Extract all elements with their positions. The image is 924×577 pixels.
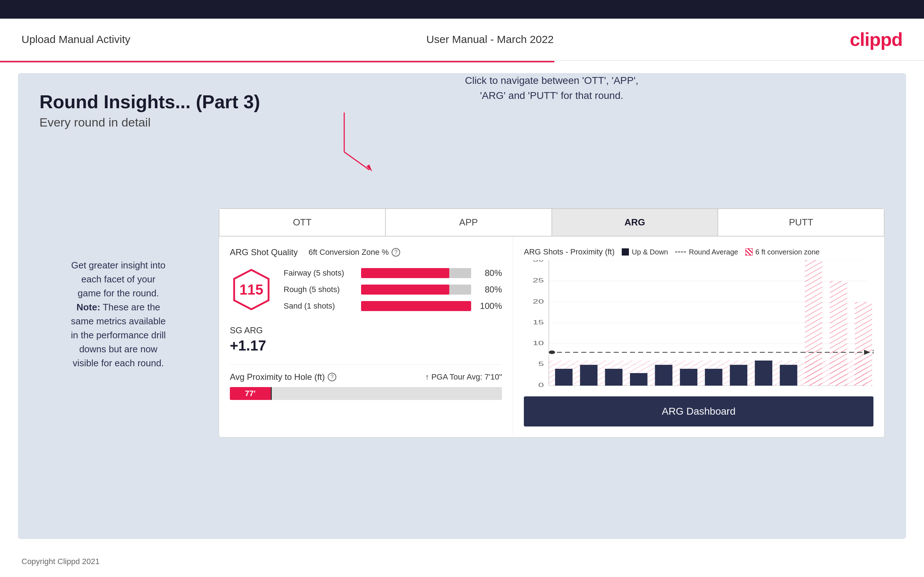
svg-text:30: 30 [533,260,544,263]
accent-line [0,61,924,62]
svg-text:0: 0 [538,382,544,388]
top-bar [0,0,924,19]
hexagon-score-row: 115 Fairway (5 shots) 80% [230,268,502,311]
shot-quality-list: Fairway (5 shots) 80% Rough (5 shots) [284,268,502,311]
footer: Copyright Clippd 2021 [0,550,924,574]
shot-bar-fairway [361,268,471,278]
svg-text:20: 20 [533,298,544,305]
bar-5 [655,365,673,386]
left-panel: Get greater insight into each facet of y… [39,144,197,438]
nav-annotation: Click to navigate between 'OTT', 'APP','… [197,73,906,103]
content-layout: Get greater insight into each facet of y… [39,144,885,438]
sg-section: SG ARG +1.17 [230,318,502,354]
shot-bar-sand [361,301,471,311]
legend-dashed-icon [675,251,686,253]
hexagon-value: 115 [239,282,263,298]
widget-panel: OTT APP ARG PUTT ARG Shot Quality 6ft Co… [219,208,885,438]
shot-row-fairway: Fairway (5 shots) 80% [284,268,502,278]
proximity-cursor [271,387,272,400]
shot-label-fairway: Fairway (5 shots) [284,268,355,278]
chart-svg: 0 5 10 15 20 25 30 [524,260,874,393]
bar-3 [605,369,622,386]
shot-label-rough: Rough (5 shots) [284,285,355,294]
legend-conversion: 6 ft conversion zone [745,248,820,256]
legend-square-updown [622,248,629,256]
shot-quality-header: ARG Shot Quality 6ft Conversion Zone % ? [230,247,502,257]
svg-text:25: 25 [533,277,544,284]
shot-label-sand: Sand (1 shots) [284,301,355,311]
legend-hatch-icon [745,248,753,256]
proximity-info-icon[interactable]: ? [328,373,336,381]
legend-round-avg: Round Average [675,248,738,256]
main-content: Round Insights... (Part 3) Every round i… [18,73,906,539]
proximity-fill: 77' [230,387,271,400]
note-label: Note: [76,302,100,313]
svg-line-1 [344,152,369,170]
conversion-label: 6ft Conversion Zone % ? [309,248,400,257]
proximity-section: Avg Proximity to Hole (ft) ? ↑ PGA Tour … [230,364,502,400]
bar-8 [730,365,748,386]
legend-updown-label: Up & Down [632,248,668,256]
widget-left: ARG Shot Quality 6ft Conversion Zone % ? [219,237,513,437]
arg-dashboard-button[interactable]: ARG Dashboard [524,396,874,427]
shot-row-rough: Rough (5 shots) 80% [284,285,502,295]
bar-1 [555,369,573,386]
conversion-info-icon[interactable]: ? [391,248,400,256]
legend-round-avg-label: Round Average [689,248,738,256]
widget-right: ARG Shots - Proximity (ft) Up & Down Rou… [513,237,884,437]
shot-row-sand: Sand (1 shots) 100% [284,301,502,311]
bar-2 [580,365,598,386]
hexagon: 115 [230,268,273,311]
shot-quality-label: ARG Shot Quality [230,247,297,257]
round-avg-value: 8 [872,348,874,356]
shot-bar-fill-fairway [361,268,449,278]
tab-putt[interactable]: PUTT [718,209,884,236]
shot-bar-fill-sand [361,301,471,311]
shot-pct-rough: 80% [477,285,502,295]
shot-pct-sand: 100% [477,301,502,311]
proximity-bar: 77' [230,387,502,400]
legend-up-down: Up & Down [622,248,668,256]
bar-11-hatch [804,260,822,386]
shot-pct-fairway: 80% [477,268,502,278]
sg-value: +1.17 [230,338,502,354]
bar-6 [680,369,698,386]
bar-13-hatch [855,302,872,386]
upload-link[interactable]: Upload Manual Activity [21,33,131,45]
chart-area: 0 5 10 15 20 25 30 [524,260,874,389]
page-subtitle: Every round in detail [39,115,885,129]
sg-label: SG ARG [230,326,502,335]
proximity-title: Avg Proximity to Hole (ft) ? [230,372,336,382]
tab-app[interactable]: APP [386,209,552,236]
header: Upload Manual Activity User Manual - Mar… [0,19,924,61]
arrow-annotation [341,109,384,175]
annotation-text: Get greater insight into each facet of y… [39,258,197,370]
tab-arg[interactable]: ARG [552,209,718,236]
tab-ott[interactable]: OTT [219,209,386,236]
shot-bar-rough [361,285,471,295]
bar-9 [755,361,772,386]
chart-title: ARG Shots - Proximity (ft) [524,247,615,256]
bar-7 [705,369,722,386]
proximity-header: Avg Proximity to Hole (ft) ? ↑ PGA Tour … [230,372,502,382]
bar-10 [780,365,798,386]
chart-header: ARG Shots - Proximity (ft) Up & Down Rou… [524,247,874,256]
legend-conversion-label: 6 ft conversion zone [756,248,820,256]
tabs: OTT APP ARG PUTT [219,209,884,237]
copyright: Copyright Clippd 2021 [21,557,100,566]
pga-label: ↑ PGA Tour Avg: 7'10" [425,372,502,382]
logo: clippd [850,29,903,50]
svg-text:5: 5 [538,361,544,367]
bar-12-hatch [830,281,847,386]
svg-text:10: 10 [533,340,544,346]
svg-text:15: 15 [533,319,544,326]
round-avg-dot [549,350,555,354]
manual-title: User Manual - March 2022 [426,33,554,45]
bar-4 [630,373,648,386]
widget-body: ARG Shot Quality 6ft Conversion Zone % ? [219,237,884,437]
shot-bar-fill-rough [361,285,449,295]
